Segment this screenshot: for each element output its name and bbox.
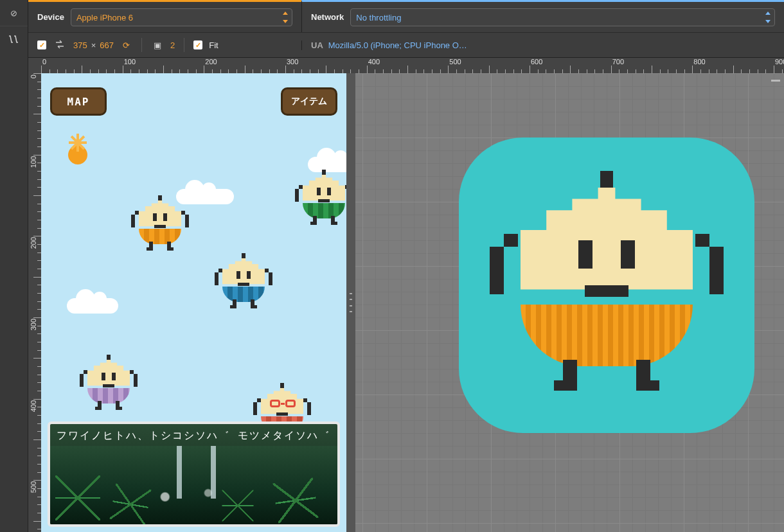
device-label: Device — [37, 12, 64, 22]
dialog-box[interactable]: フワイノヒトハ、トシコシソハ゛ モツメタイソハ゛ — [48, 421, 340, 527]
device-toolbar-row1: Device Apple iPhone 6 Network No throttl… — [28, 0, 784, 32]
ua-label: UA — [311, 40, 323, 50]
dialog-image — [50, 446, 337, 524]
fit-label: Fit — [209, 40, 218, 50]
sun-icon — [60, 137, 95, 172]
device-select[interactable]: Apple iPhone 6 — [71, 8, 292, 26]
settings-icon[interactable] — [0, 26, 28, 51]
panel-minimize-icon[interactable] — [771, 80, 780, 82]
device-toolbar-row2: ✓ 375×667 ⟳ ▣ 2 ✓ Fit UA Mozilla/5.0 (iP… — [28, 32, 784, 58]
item-button[interactable]: アイテム — [281, 87, 337, 116]
game-character[interactable] — [80, 355, 138, 412]
game-character — [491, 170, 722, 401]
dpr-icon[interactable]: ▣ — [151, 39, 164, 51]
game-character[interactable] — [131, 195, 189, 253]
reset-icon[interactable]: ⟳ — [120, 39, 132, 51]
no-entry-icon[interactable]: ⊘ — [0, 0, 28, 26]
emulated-viewport[interactable]: MAP アイテム — [41, 73, 346, 532]
cloud-icon — [67, 298, 118, 314]
app-icon-artboard[interactable] — [459, 137, 754, 433]
divider — [184, 38, 184, 52]
viewport-height[interactable]: 667 — [100, 40, 114, 50]
game-character[interactable] — [215, 253, 272, 311]
ruler-vertical: 0100200300400500 — [28, 73, 41, 532]
network-label: Network — [311, 12, 344, 22]
dialog-text: フワイノヒトハ、トシコシソハ゛ モツメタイソハ゛ — [57, 429, 331, 443]
viewport-resize-handle[interactable] — [346, 73, 355, 532]
ruler-horizontal: 0100200300400500600700800900 — [28, 58, 784, 73]
map-button[interactable]: MAP — [50, 87, 107, 116]
viewport-width[interactable]: 375 — [73, 40, 87, 50]
devtools-gutter: ⊘ — [0, 0, 28, 532]
swap-dimensions-icon[interactable] — [53, 39, 67, 52]
divider — [141, 38, 142, 52]
fit-checkbox[interactable]: ✓ — [193, 40, 202, 49]
user-agent-string[interactable]: Mozilla/5.0 (iPhone; CPU iPhone O… — [328, 40, 775, 50]
network-select[interactable]: No throttling — [350, 8, 775, 26]
design-canvas[interactable]: MAP アイテム — [41, 73, 784, 532]
device-pixel-ratio[interactable]: 2 — [170, 40, 175, 50]
viewport-dimensions: 375×667 — [73, 40, 114, 50]
game-character[interactable] — [295, 170, 346, 227]
emulate-resolution-checkbox[interactable]: ✓ — [37, 40, 46, 49]
